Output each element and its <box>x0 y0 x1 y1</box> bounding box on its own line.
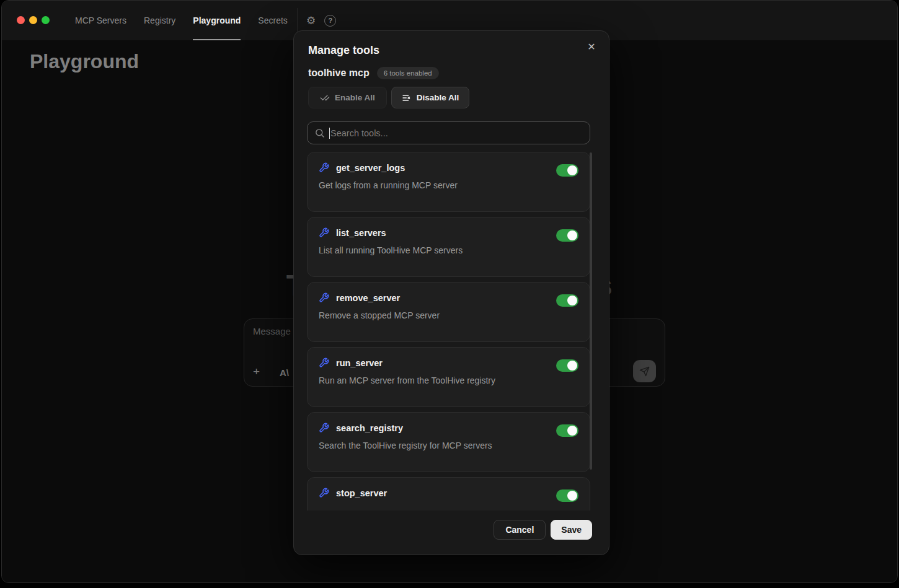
nav-tab-secrets[interactable]: Secrets <box>258 1 287 40</box>
wrench-icon <box>319 358 329 368</box>
minimize-window-button[interactable] <box>29 16 37 24</box>
wrench-icon <box>319 292 329 303</box>
titlebar-divider <box>297 8 298 33</box>
main-nav: MCP Servers Registry Playground Secrets <box>75 1 288 40</box>
text-format-icon[interactable]: A\ <box>280 368 289 377</box>
tool-toggle[interactable] <box>556 164 578 177</box>
enable-all-button[interactable]: Enable All <box>308 87 387 108</box>
toggle-knob <box>567 491 577 501</box>
toggle-knob <box>567 426 577 436</box>
dialog-title: Manage tools <box>308 44 379 57</box>
text-caret <box>329 128 330 139</box>
tool-toggle[interactable] <box>556 229 578 242</box>
scrollbar-thumb[interactable] <box>590 152 592 470</box>
tool-head: stop_server <box>319 488 578 498</box>
send-paper-plane-icon <box>639 366 650 377</box>
enable-all-label: Enable All <box>335 93 375 102</box>
search-field <box>307 121 590 144</box>
send-button[interactable] <box>633 360 656 382</box>
tool-description: Get logs from a running MCP server <box>319 180 578 190</box>
tool-head: list_servers <box>319 227 578 238</box>
wrench-icon <box>319 423 329 433</box>
tool-description: Run an MCP server from the ToolHive regi… <box>319 375 578 385</box>
tool-name: get_server_logs <box>336 163 405 173</box>
tool-card: get_server_logs Get logs from a running … <box>307 152 590 212</box>
attach-plus-icon[interactable]: + <box>253 366 260 377</box>
tool-name: stop_server <box>336 488 387 498</box>
nav-tab-playground-label: Playground <box>193 15 241 25</box>
tool-description: Remove a stopped MCP server <box>319 310 578 320</box>
tool-head: run_server <box>319 358 578 368</box>
disable-all-button[interactable]: Disable All <box>391 87 470 108</box>
nav-tab-registry[interactable]: Registry <box>144 1 175 40</box>
toggle-knob <box>567 230 577 240</box>
tool-card: search_registry Search the ToolHive regi… <box>307 412 590 472</box>
settings-gear-icon[interactable]: ⚙ <box>306 15 316 26</box>
search-input[interactable] <box>308 122 590 144</box>
tool-name: remove_server <box>336 293 400 303</box>
wrench-icon <box>319 227 329 238</box>
tool-name: list_servers <box>336 228 386 238</box>
nav-tab-mcp-servers[interactable]: MCP Servers <box>75 1 126 40</box>
save-button[interactable]: Save <box>551 520 592 540</box>
toggle-knob <box>567 165 577 175</box>
list-x-icon <box>402 93 412 103</box>
check-check-icon <box>320 93 330 103</box>
zoom-window-button[interactable] <box>42 16 50 24</box>
tool-description: List all running ToolHive MCP servers <box>319 245 578 255</box>
wrench-icon <box>319 162 329 173</box>
server-row: toolhive mcp 6 tools enabled <box>308 67 439 79</box>
help-icon[interactable]: ? <box>324 15 336 27</box>
tool-head: remove_server <box>319 292 578 303</box>
tool-toggle[interactable] <box>556 294 578 307</box>
manage-tools-dialog: ✕ Manage tools toolhive mcp 6 tools enab… <box>293 30 609 555</box>
tool-name: run_server <box>336 358 383 368</box>
tool-card: run_server Run an MCP server from the To… <box>307 347 590 407</box>
app-window: MCP Servers Registry Playground Secrets … <box>1 0 898 583</box>
page-title: Playground <box>30 50 139 73</box>
tool-list[interactable]: get_server_logs Get logs from a running … <box>307 152 590 511</box>
tool-description: Search the ToolHive registry for MCP ser… <box>319 441 578 450</box>
tool-head: search_registry <box>319 423 578 433</box>
disable-all-label: Disable All <box>417 93 459 102</box>
tool-toggle[interactable] <box>556 424 578 437</box>
traffic-lights <box>17 16 50 24</box>
cancel-button[interactable]: Cancel <box>494 520 546 540</box>
tool-toggle[interactable] <box>556 359 578 372</box>
close-icon[interactable]: ✕ <box>584 40 599 55</box>
composer-placeholder: Message ( <box>253 326 296 336</box>
tool-card: stop_server <box>307 477 590 511</box>
toggle-knob <box>567 361 577 371</box>
tool-name: search_registry <box>336 423 403 433</box>
tool-toggle[interactable] <box>556 489 578 502</box>
bulk-actions: Enable All Disable All <box>308 87 469 108</box>
server-name: toolhive mcp <box>308 68 370 79</box>
toggle-knob <box>567 296 577 305</box>
tool-card: remove_server Remove a stopped MCP serve… <box>307 282 590 342</box>
wrench-icon <box>319 488 329 498</box>
nav-tab-playground[interactable]: Playground <box>193 1 241 40</box>
dialog-footer: Cancel Save <box>494 520 592 540</box>
tool-head: get_server_logs <box>319 162 578 173</box>
close-window-button[interactable] <box>17 16 25 24</box>
tool-card: list_servers List all running ToolHive M… <box>307 217 590 277</box>
tools-enabled-badge: 6 tools enabled <box>377 67 439 79</box>
